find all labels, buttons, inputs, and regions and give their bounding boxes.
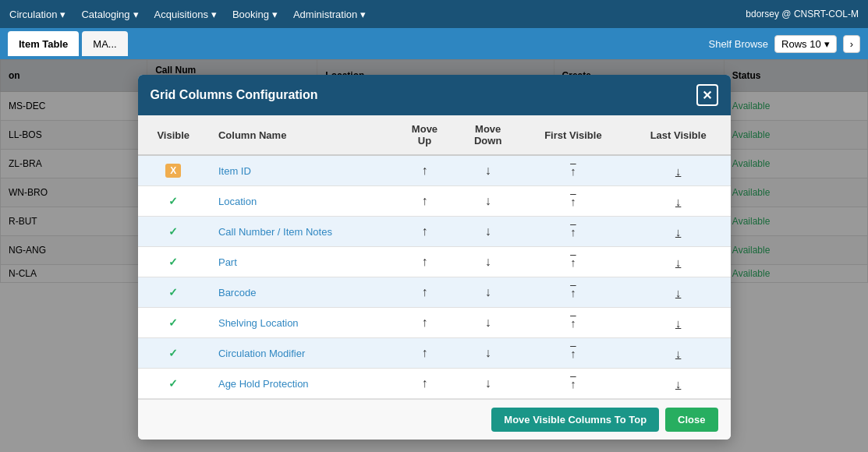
last-visible-button[interactable]: ↓ <box>671 376 686 392</box>
visible-cell[interactable]: ✓ <box>138 338 209 369</box>
move-up-button[interactable]: ↑ <box>416 253 432 270</box>
tab-bar: Item Table MA... Shelf Browse Rows 10 ▾ … <box>0 28 868 59</box>
nav-acquisitions[interactable]: Acquisitions ▾ <box>154 9 217 20</box>
move-down-cell: ↓ <box>455 186 520 217</box>
move-up-cell: ↑ <box>394 247 456 277</box>
move-up-cell: ↑ <box>394 217 456 247</box>
first-visible-button[interactable]: ↑ <box>565 224 581 240</box>
close-button[interactable]: Close <box>665 408 717 432</box>
move-down-button[interactable]: ↓ <box>480 284 496 301</box>
move-up-cell: ↑ <box>394 186 456 217</box>
user-info: bdorsey @ CNSRT-COL-M <box>746 9 859 19</box>
visible-cell[interactable]: ✓ <box>138 217 209 247</box>
last-visible-button[interactable]: ↓ <box>671 163 686 179</box>
move-up-button[interactable]: ↑ <box>416 162 432 179</box>
move-up-button[interactable]: ↑ <box>416 284 432 301</box>
last-visible-button[interactable]: ↓ <box>671 193 686 210</box>
first-visible-cell: ↑ <box>520 277 626 308</box>
move-up-cell: ↑ <box>394 277 456 308</box>
col-header-move-down: MoveDown <box>455 115 520 155</box>
first-visible-cell: ↑ <box>520 155 626 186</box>
table-row: ✓Call Number / Item Notes↑↓↑↓ <box>138 217 731 247</box>
config-table: Visible Column Name MoveUp MoveDown Firs… <box>138 115 731 399</box>
move-down-button[interactable]: ↓ <box>480 314 496 331</box>
visible-cell[interactable]: X <box>138 155 209 186</box>
visible-check: ✓ <box>168 225 178 238</box>
move-up-button[interactable]: ↑ <box>416 344 432 362</box>
nav-administration[interactable]: Administration ▾ <box>293 9 366 20</box>
last-visible-button[interactable]: ↓ <box>671 254 686 270</box>
column-name-cell: Age Hold Protection <box>209 369 394 399</box>
table-row: ✓Barcode↑↓↑↓ <box>138 277 731 308</box>
move-down-cell: ↓ <box>455 308 520 338</box>
table-row: ✓Age Hold Protection↑↓↑↓ <box>138 369 731 399</box>
last-visible-cell: ↓ <box>626 308 731 338</box>
move-up-button[interactable]: ↑ <box>416 314 432 331</box>
last-visible-cell: ↓ <box>626 338 731 369</box>
tab-ma[interactable]: MA... <box>82 31 127 56</box>
col-header-last-visible: Last Visible <box>626 115 731 155</box>
last-visible-button[interactable]: ↓ <box>671 224 686 240</box>
col-header-first-visible: First Visible <box>520 115 626 155</box>
last-visible-button[interactable]: ↓ <box>671 315 686 331</box>
move-down-cell: ↓ <box>455 247 520 277</box>
nav-cataloging[interactable]: Cataloging ▾ <box>81 9 138 20</box>
move-down-cell: ↓ <box>455 338 520 369</box>
move-down-button[interactable]: ↓ <box>480 375 496 392</box>
nav-booking[interactable]: Booking ▾ <box>232 9 278 20</box>
last-visible-cell: ↓ <box>626 369 731 399</box>
move-visible-columns-button[interactable]: Move Visible Columns To Top <box>491 408 659 432</box>
tab-item-table[interactable]: Item Table <box>8 31 79 56</box>
move-up-cell: ↑ <box>394 308 456 338</box>
rows-per-page-select[interactable]: Rows 10 ▾ <box>774 35 837 53</box>
shelf-browse-link[interactable]: Shelf Browse <box>708 38 768 50</box>
nav-circulation[interactable]: Circulation ▾ <box>9 9 66 20</box>
modal-body[interactable]: Visible Column Name MoveUp MoveDown Firs… <box>138 115 731 399</box>
column-name-cell: Item ID <box>209 155 394 186</box>
last-visible-cell: ↓ <box>626 186 731 217</box>
move-up-button[interactable]: ↑ <box>416 375 432 392</box>
visible-cell[interactable]: ✓ <box>138 369 209 399</box>
first-visible-button[interactable]: ↑ <box>565 193 581 210</box>
visible-check: ✓ <box>168 195 178 207</box>
first-visible-button[interactable]: ↑ <box>565 345 581 362</box>
last-visible-button[interactable]: ↓ <box>671 345 686 362</box>
next-page-button[interactable]: › <box>843 35 860 53</box>
modal-close-x-button[interactable]: ✕ <box>696 84 718 106</box>
visible-cell[interactable]: ✓ <box>138 247 209 277</box>
modal-header: Grid Columns Configuration ✕ <box>138 75 731 115</box>
move-down-button[interactable]: ↓ <box>480 192 496 210</box>
move-up-cell: ↑ <box>394 369 456 399</box>
move-down-cell: ↓ <box>455 369 520 399</box>
last-visible-cell: ↓ <box>626 217 731 247</box>
move-up-button[interactable]: ↑ <box>416 223 432 240</box>
move-down-button[interactable]: ↓ <box>480 253 496 270</box>
visible-cell[interactable]: ✓ <box>138 308 209 338</box>
first-visible-button[interactable]: ↑ <box>565 376 581 392</box>
first-visible-button[interactable]: ↑ <box>565 284 581 301</box>
grid-config-modal: Grid Columns Configuration ✕ Visible Col… <box>138 75 731 440</box>
move-up-button[interactable]: ↑ <box>416 192 432 210</box>
table-row: XItem ID↑↓↑↓ <box>138 155 731 186</box>
visible-x-badge: X <box>165 164 181 178</box>
column-name-cell: Shelving Location <box>209 308 394 338</box>
first-visible-button[interactable]: ↑ <box>565 315 581 331</box>
first-visible-button[interactable]: ↑ <box>565 254 581 270</box>
last-visible-cell: ↓ <box>626 247 731 277</box>
column-name-cell: Part <box>209 247 394 277</box>
visible-cell[interactable]: ✓ <box>138 186 209 217</box>
first-visible-cell: ↑ <box>520 217 626 247</box>
visible-cell[interactable]: ✓ <box>138 277 209 308</box>
visible-check: ✓ <box>168 347 178 359</box>
col-header-column-name: Column Name <box>209 115 394 155</box>
first-visible-button[interactable]: ↑ <box>565 163 581 179</box>
column-name-cell: Location <box>209 186 394 217</box>
last-visible-button[interactable]: ↓ <box>671 284 686 301</box>
move-down-button[interactable]: ↓ <box>480 162 496 179</box>
table-row: ✓Part↑↓↑↓ <box>138 247 731 277</box>
first-visible-cell: ↑ <box>520 186 626 217</box>
move-down-button[interactable]: ↓ <box>480 344 496 362</box>
move-up-cell: ↑ <box>394 155 456 186</box>
move-down-button[interactable]: ↓ <box>480 223 496 240</box>
modal-footer: Move Visible Columns To Top Close <box>138 399 731 440</box>
